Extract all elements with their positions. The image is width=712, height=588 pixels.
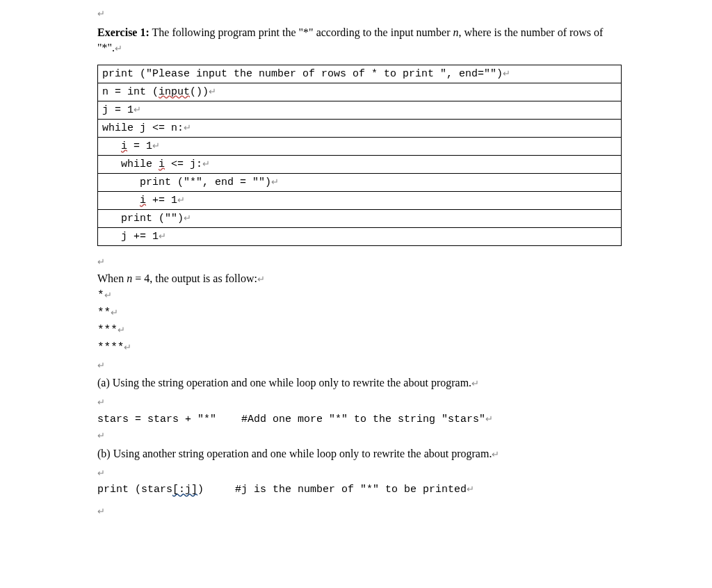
code-text: j = 1 [102, 104, 134, 116]
stars: ** [97, 307, 111, 319]
code-text: ()) [190, 86, 209, 98]
output-block: ↵ When n = 4, the output is as follow:↵ … [97, 253, 622, 374]
part-b-text: (b) Using another string operation and o… [97, 446, 622, 463]
paragraph-mark: ↵ [177, 195, 185, 205]
paragraph-mark: ↵ [184, 122, 191, 133]
code-line: i = 1↵ [98, 138, 621, 156]
var-n: n [127, 272, 132, 284]
code-text: ) #j is the number of "*" to be printed [197, 484, 467, 496]
paragraph-mark: ↵ [271, 177, 279, 187]
code-line: while j <= n:↵ [98, 120, 621, 138]
code-text: print (stars [97, 484, 172, 496]
code-text: n = int ( [102, 86, 159, 98]
text: (b) Using another string operation and o… [97, 448, 492, 459]
paragraph-mark: ↵ [97, 468, 105, 478]
paragraph-mark: ↵ [152, 140, 160, 151]
code-text: += 1 [146, 195, 177, 206]
paragraph-mark: ↵ [492, 449, 499, 459]
spellcheck-word: i [140, 195, 146, 206]
code-text [102, 140, 121, 152]
code-line: i += 1↵ [98, 192, 621, 210]
blank-line: ↵ [97, 464, 622, 482]
paragraph-mark: ↵ [257, 274, 265, 284]
spellcheck-word: input [159, 86, 190, 98]
code-line: print ("Please input the number of rows … [98, 65, 621, 83]
code-text: print ("*", end = "") [102, 177, 271, 188]
exercise-text-1: The following program print the "*" acco… [149, 26, 453, 38]
paragraph-mark: ↵ [104, 290, 112, 300]
paragraph-mark: ↵ [115, 43, 122, 54]
paragraph-mark: ↵ [97, 506, 105, 516]
code-text: print ("") [102, 213, 184, 224]
spellcheck-word: i [121, 140, 127, 152]
paragraph-mark: ↵ [467, 484, 474, 494]
exercise-label: Exercise 1: [97, 26, 149, 38]
code-text: while j <= n: [102, 122, 184, 134]
code-text: while [102, 158, 159, 170]
blank-line: ↵ [97, 503, 622, 520]
paragraph-mark: ↵ [97, 397, 105, 407]
paragraph-mark: ↵ [471, 378, 479, 389]
paragraph-mark: ↵ [184, 213, 191, 223]
stars: * [97, 289, 104, 302]
paragraph-mark: ↵ [111, 307, 118, 318]
output-row: **↵ [97, 304, 622, 322]
paragraph-mark: ↵ [97, 7, 622, 19]
spellcheck-word: i [159, 158, 165, 170]
output-row: ****↵ [97, 339, 622, 357]
output-row: ***↵ [97, 322, 622, 339]
part-a-text: (a) Using the string operation and one w… [97, 375, 622, 392]
code-text: <= j: [165, 158, 202, 170]
stars: *** [97, 324, 118, 336]
blank-line: ↵ [97, 427, 622, 444]
code-line: print ("*", end = "")↵ [98, 174, 621, 192]
paragraph-mark: ↵ [209, 86, 216, 97]
output-row: *↵ [97, 287, 622, 304]
code-text [102, 195, 140, 206]
code-block: print ("Please input the number of rows … [97, 65, 622, 246]
paragraph-mark: ↵ [97, 256, 105, 267]
text: = 4, the output is as follow: [132, 272, 257, 284]
part-a-hint: stars = stars + "*" #Add one more "*" to… [97, 414, 622, 425]
paragraph-mark: ↵ [124, 342, 131, 352]
code-line: print ("")↵ [98, 210, 621, 228]
stars: **** [97, 341, 124, 354]
paragraph-mark: ↵ [134, 104, 141, 115]
code-text: print ("Please input the number of rows … [102, 68, 503, 80]
paragraph-mark: ↵ [485, 414, 493, 424]
paragraph-mark: ↵ [202, 158, 210, 169]
text: (a) Using the string operation and one w… [97, 377, 471, 389]
exercise-heading: Exercise 1: The following program print … [97, 25, 622, 56]
code-text: stars = stars + "*" #Add one more "*" to… [97, 414, 485, 425]
document-page: ↵ Exercise 1: The following program prin… [0, 0, 712, 588]
code-line: while i <= j:↵ [98, 156, 621, 174]
code-text: = 1 [127, 140, 152, 152]
code-text: j += 1 [102, 231, 159, 243]
part-b-hint: print (stars[:j]) #j is the number of "*… [97, 484, 622, 496]
blank-line: ↵ [97, 393, 622, 411]
blank-line: ↵ [97, 253, 622, 270]
paragraph-mark: ↵ [159, 231, 166, 241]
text: When [97, 272, 127, 284]
output-intro: When n = 4, the output is as follow:↵ [97, 270, 622, 288]
paragraph-mark: ↵ [97, 430, 105, 441]
paragraph-mark: ↵ [118, 325, 125, 335]
code-line: j += 1↵ [98, 228, 621, 245]
grammar-word: [:j] [172, 484, 197, 496]
code-line: j = 1↵ [98, 101, 621, 120]
code-line: n = int (input())↵ [98, 83, 621, 101]
blank-line: ↵ [97, 357, 622, 374]
paragraph-mark: ↵ [97, 360, 105, 370]
paragraph-mark: ↵ [503, 68, 510, 79]
